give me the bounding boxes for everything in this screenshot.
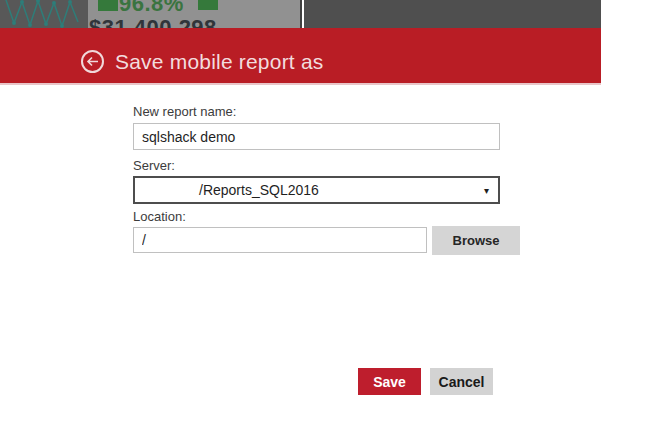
report-name-input[interactable] (133, 123, 500, 150)
dialog-header: Save mobile report as (0, 28, 601, 85)
chevron-down-icon: ▾ (484, 185, 498, 196)
save-button[interactable]: Save (358, 368, 421, 395)
report-name-label: New report name: (133, 104, 236, 119)
server-dropdown-value: /Reports_SQL2016 (135, 182, 484, 198)
location-label: Location: (133, 209, 186, 224)
server-label: Server: (133, 158, 175, 173)
kpi-delta-icon (198, 0, 218, 10)
kpi-amount-value: $31,400,298 (89, 15, 217, 28)
sparkline-chart (0, 0, 88, 28)
dimmed-dashboard-strip: 96.8% $31,400,298 (0, 0, 601, 28)
location-input[interactable] (133, 227, 427, 253)
browse-button[interactable]: Browse (432, 226, 520, 255)
dashboard-background (304, 0, 601, 28)
cancel-button[interactable]: Cancel (430, 368, 493, 395)
server-dropdown[interactable]: /Reports_SQL2016 ▾ (133, 176, 500, 204)
save-report-dialog: 96.8% $31,400,298 Save mobile report as … (0, 0, 654, 437)
kpi-tile: 96.8% $31,400,298 (88, 0, 302, 28)
dialog-title: Save mobile report as (115, 50, 323, 74)
kpi-delta-icon (98, 0, 118, 11)
back-button[interactable] (81, 50, 104, 73)
back-arrow-icon (86, 55, 99, 68)
line-chart-icon (0, 0, 88, 28)
